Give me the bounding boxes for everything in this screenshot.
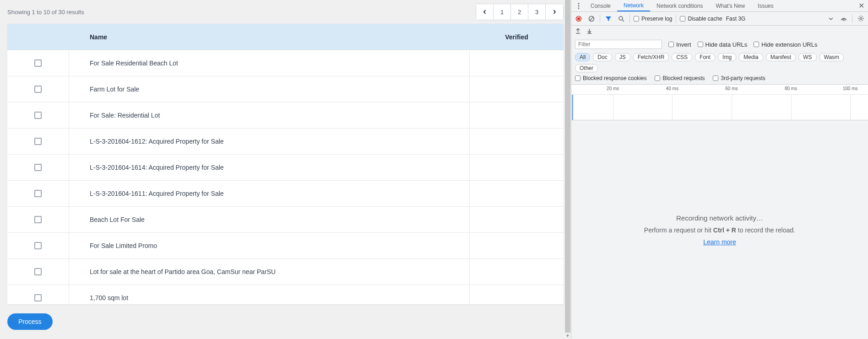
table-row[interactable]: For Sale Limited Promo bbox=[7, 232, 564, 258]
type-pill-img[interactable]: Img bbox=[718, 53, 736, 61]
row-name-cell: Beach Lot For Sale bbox=[69, 207, 470, 232]
row-name-cell: For Sale Limited Promo bbox=[69, 233, 470, 258]
download-icon[interactable] bbox=[586, 28, 592, 35]
row-checkbox[interactable] bbox=[34, 190, 42, 197]
filter-icon[interactable] bbox=[604, 14, 613, 23]
timeline-gridline bbox=[613, 95, 613, 120]
clear-icon[interactable] bbox=[587, 14, 596, 23]
row-checkbox[interactable] bbox=[34, 294, 42, 301]
devtools-close-icon[interactable]: ✕ bbox=[858, 1, 864, 10]
type-pill-css[interactable]: CSS bbox=[672, 53, 692, 61]
timeline-tick: 40 ms bbox=[666, 86, 678, 91]
col-verified-header[interactable]: Verified bbox=[470, 33, 564, 41]
pagination-page[interactable]: 2 bbox=[511, 4, 528, 20]
third-party-label: 3rd-party requests bbox=[721, 75, 765, 81]
invert-checkbox[interactable]: Invert bbox=[668, 41, 691, 48]
timeline-tick: 80 ms bbox=[785, 86, 797, 91]
devtools-tab-issues[interactable]: Issues bbox=[751, 0, 780, 11]
process-button[interactable]: Process bbox=[7, 313, 53, 330]
pagination-page[interactable]: 3 bbox=[528, 4, 546, 20]
table-row[interactable]: 1,700 sqm lot bbox=[7, 285, 564, 304]
devtools-tab-network-conditions[interactable]: Network conditions bbox=[650, 0, 709, 11]
throttling-select[interactable]: Fast 3G bbox=[726, 16, 746, 22]
table-row[interactable]: Farm Lot for Sale bbox=[7, 76, 564, 102]
disable-cache-label: Disable cache bbox=[688, 16, 722, 22]
hide-data-urls-checkbox[interactable]: Hide data URLs bbox=[698, 41, 748, 48]
blocked-requests-checkbox[interactable]: Blocked requests bbox=[655, 75, 705, 81]
filter-input[interactable] bbox=[575, 40, 662, 49]
hide-ext-urls-checkbox[interactable]: Hide extension URLs bbox=[754, 41, 817, 48]
pagination-next[interactable] bbox=[546, 4, 563, 20]
type-pill-fetch-xhr[interactable]: Fetch/XHR bbox=[633, 53, 669, 61]
devtools-tab-what-s-new[interactable]: What's New bbox=[709, 0, 751, 11]
blocked-requests-label: Blocked requests bbox=[662, 75, 705, 81]
table-row[interactable]: L-S-3-201604-1612: Acquired Property for… bbox=[7, 128, 564, 154]
empty-hint: Perform a request or hit Ctrl + R to rec… bbox=[644, 226, 795, 234]
row-checkbox-cell bbox=[7, 233, 69, 258]
devtools-tab-network[interactable]: Network bbox=[617, 0, 650, 11]
type-pill-all[interactable]: All bbox=[575, 53, 590, 61]
devtools-menu-icon[interactable] bbox=[573, 3, 584, 9]
timeline-gridline bbox=[732, 95, 732, 120]
row-checkbox[interactable] bbox=[34, 86, 42, 93]
pagination-prev[interactable] bbox=[476, 4, 494, 20]
row-checkbox-cell bbox=[7, 259, 69, 285]
row-checkbox-cell bbox=[7, 155, 69, 180]
type-pill-media[interactable]: Media bbox=[739, 53, 763, 61]
svg-point-2 bbox=[578, 7, 580, 9]
devtools-panel: ConsoleNetworkNetwork conditionsWhat's N… bbox=[571, 0, 868, 339]
type-pill-other[interactable]: Other bbox=[575, 64, 598, 72]
blocked-cookies-checkbox[interactable]: Blocked response cookies bbox=[575, 75, 646, 81]
settings-icon[interactable] bbox=[856, 14, 865, 23]
row-checkbox[interactable] bbox=[34, 216, 42, 223]
type-pill-ws[interactable]: WS bbox=[798, 53, 816, 61]
preserve-log-checkbox[interactable]: Preserve log bbox=[634, 16, 672, 22]
type-pill-wasm[interactable]: Wasm bbox=[819, 53, 844, 61]
third-party-checkbox[interactable]: 3rd-party requests bbox=[713, 75, 765, 81]
svg-point-7 bbox=[619, 16, 623, 20]
row-checkbox[interactable] bbox=[34, 268, 42, 275]
row-checkbox-cell bbox=[7, 76, 69, 102]
table-row[interactable]: Beach Lot For Sale bbox=[7, 206, 564, 232]
chevron-down-icon[interactable] bbox=[826, 14, 835, 23]
devtools-tab-console[interactable]: Console bbox=[584, 0, 617, 11]
scrollbar-vertical[interactable]: ▼ bbox=[564, 0, 571, 339]
col-name-header[interactable]: Name bbox=[69, 33, 470, 41]
svg-point-10 bbox=[860, 17, 862, 19]
row-checkbox[interactable] bbox=[34, 112, 42, 119]
record-icon[interactable] bbox=[574, 14, 583, 23]
row-checkbox[interactable] bbox=[34, 138, 42, 145]
timeline-tick: 100 ms bbox=[843, 86, 858, 91]
table-row[interactable]: L-S-3-201604-1614: Acquired Property for… bbox=[7, 154, 564, 180]
row-name-cell: Farm Lot for Sale bbox=[69, 76, 470, 102]
scrollbar-down-arrow[interactable]: ▼ bbox=[564, 333, 571, 339]
table-header: Name Verified bbox=[7, 24, 564, 50]
row-checkbox[interactable] bbox=[34, 242, 42, 249]
throttling-value: Fast 3G bbox=[726, 16, 746, 22]
search-icon[interactable] bbox=[617, 14, 626, 23]
type-pill-doc[interactable]: Doc bbox=[593, 53, 612, 61]
row-name: For Sale Residential Beach Lot bbox=[90, 59, 178, 67]
type-pill-manifest[interactable]: Manifest bbox=[766, 53, 796, 61]
empty-title: Recording network activity… bbox=[676, 214, 763, 222]
scrollbar-thumb[interactable] bbox=[565, 0, 570, 333]
type-pill-js[interactable]: JS bbox=[615, 53, 630, 61]
table-row[interactable]: For Sale Residential Beach Lot bbox=[7, 50, 564, 76]
network-empty-state: Recording network activity… Perform a re… bbox=[571, 120, 868, 339]
network-timeline[interactable]: 20 ms40 ms60 ms80 ms100 ms bbox=[571, 85, 868, 120]
learn-more-link[interactable]: Learn more bbox=[703, 238, 736, 246]
type-pill-font[interactable]: Font bbox=[695, 53, 715, 61]
blocked-cookies-label: Blocked response cookies bbox=[583, 75, 646, 81]
import-export-bar bbox=[571, 26, 868, 38]
table-row[interactable]: For Sale: Residential Lot bbox=[7, 102, 564, 128]
disable-cache-checkbox[interactable]: Disable cache bbox=[680, 16, 722, 22]
svg-line-6 bbox=[590, 17, 593, 21]
table-row[interactable]: Lot for sale at the heart of Partido are… bbox=[7, 258, 564, 285]
row-checkbox[interactable] bbox=[34, 164, 42, 171]
pagination-page[interactable]: 1 bbox=[494, 4, 511, 20]
table-row[interactable]: L-S-3-201604-1611: Acquired Property for… bbox=[7, 180, 564, 206]
row-checkbox[interactable] bbox=[34, 59, 42, 67]
upload-icon[interactable] bbox=[575, 28, 581, 35]
row-name-cell: For Sale: Residential Lot bbox=[69, 102, 470, 128]
network-conditions-icon[interactable] bbox=[839, 14, 848, 23]
